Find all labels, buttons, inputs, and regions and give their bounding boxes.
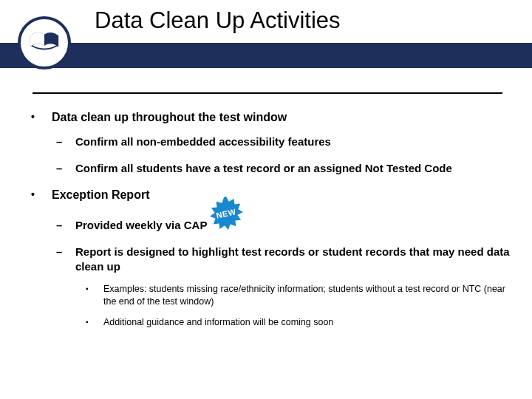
sub-bullet-text: Report is designed to highlight test rec… bbox=[75, 245, 510, 273]
book-icon bbox=[27, 24, 61, 61]
sub-bullet-item: Provided weekly via CAP bbox=[52, 218, 510, 233]
bullet-text: Exception Report bbox=[52, 188, 149, 201]
slide-title: Data Clean Up Activities bbox=[95, 7, 341, 34]
horizontal-rule bbox=[33, 92, 502, 94]
example-item: Additional guidance and information will… bbox=[75, 316, 510, 328]
sub-bullet-item: Confirm all non-embedded accessibility f… bbox=[52, 134, 510, 149]
badge-label: NEW bbox=[206, 194, 247, 234]
sub-bullet-item: Report is designed to highlight test rec… bbox=[52, 245, 510, 328]
bullet-item: Exception Report Provided weekly via CAP… bbox=[22, 188, 510, 329]
bullet-text: Data clean up throughout the test window bbox=[52, 111, 287, 123]
header-band bbox=[0, 43, 532, 68]
slide-header: Data Clean Up Activities bbox=[0, 0, 532, 70]
new-badge: NEW bbox=[209, 197, 243, 231]
example-item: Examples: students missing race/ethnicit… bbox=[75, 283, 510, 307]
sub-bullet-item: Confirm all students have a test record … bbox=[52, 161, 510, 176]
slide-content: Data clean up throughout the test window… bbox=[22, 111, 510, 340]
bullet-item: Data clean up throughout the test window… bbox=[22, 111, 510, 177]
logo bbox=[18, 16, 71, 69]
